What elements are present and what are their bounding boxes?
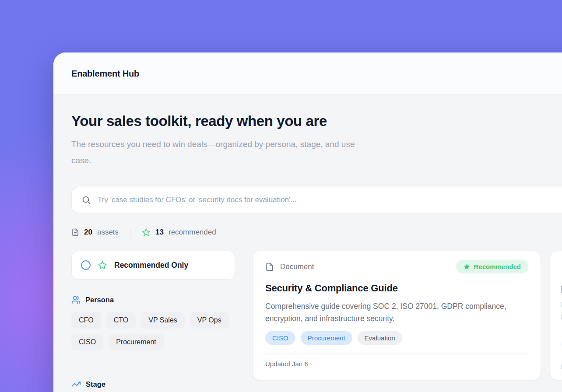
content-row: Recommended Only Persona CFO <box>71 251 562 389</box>
persona-chip-vp-ops[interactable]: VP Ops <box>190 312 229 329</box>
asset-cards: Document Recommended Security & Complian… <box>253 251 562 380</box>
search-bar[interactable] <box>71 187 562 213</box>
card-type: Document <box>265 262 314 272</box>
panel-header: Enablement Hub <box>53 52 562 95</box>
card-updated: Updated Jan 6 <box>265 360 528 368</box>
asset-card-next-clipped[interactable] <box>550 251 562 380</box>
search-input[interactable] <box>98 196 562 204</box>
page-subtitle-line: The resources you need to win deals—orga… <box>71 136 562 152</box>
recommended-only-toggle[interactable]: Recommended Only <box>71 251 235 280</box>
tag-ciso[interactable]: CISO <box>265 331 295 345</box>
persona-chip-ciso[interactable]: CISO <box>71 334 103 350</box>
stats-divider <box>130 228 130 237</box>
persona-section-label: Persona <box>85 296 114 304</box>
page-subtitle: The resources you need to win deals—orga… <box>71 136 562 168</box>
star-icon <box>98 260 107 270</box>
trending-up-icon <box>71 379 81 389</box>
persona-chip-vp-sales[interactable]: VP Sales <box>141 312 185 329</box>
stage-section-label: Stage <box>86 380 105 388</box>
file-icon <box>265 262 274 272</box>
assets-label: assets <box>97 228 119 237</box>
page-title: Your sales toolkit, ready when you are <box>71 112 562 130</box>
tag-evaluation[interactable]: Evaluation <box>358 331 402 345</box>
card-header: Document Recommended <box>265 260 528 273</box>
app-title: Enablement Hub <box>71 69 139 79</box>
asset-card-security-compliance-guide[interactable]: Document Recommended Security & Complian… <box>253 251 541 380</box>
card-description-line: encryption, and infrastructure security. <box>265 312 528 325</box>
recommended-count: 13 <box>155 228 164 237</box>
persona-section-header: Persona <box>71 295 235 304</box>
tag-procurement[interactable]: Procurement <box>301 331 352 345</box>
card-title: Security & Compliance Guide <box>265 282 528 295</box>
star-icon <box>142 228 151 237</box>
card-description-line: Comprehensive guide covering SOC 2, ISO … <box>265 300 528 312</box>
recommended-badge: Recommended <box>456 260 528 273</box>
star-icon <box>464 263 470 270</box>
persona-chip-procurement[interactable]: Procurement <box>109 334 164 350</box>
recommended-only-label: Recommended Only <box>114 261 188 270</box>
panel-body: Your sales toolkit, ready when you are T… <box>53 95 562 389</box>
toggle-circle-icon[interactable] <box>81 260 91 270</box>
persona-chip-cfo[interactable]: CFO <box>71 312 101 329</box>
stage-section-header: Stage <box>71 379 235 389</box>
assets-stat: 20 assets <box>71 228 119 237</box>
recommended-badge-label: Recommended <box>474 263 521 270</box>
stats-row: 20 assets 13 recommended <box>71 228 562 237</box>
card-description: Comprehensive guide covering SOC 2, ISO … <box>265 300 528 325</box>
assets-count: 20 <box>84 228 92 237</box>
sidebar-divider <box>71 365 235 365</box>
persona-chip-cto[interactable]: CTO <box>106 312 136 329</box>
main-panel: Enablement Hub Your sales toolkit, ready… <box>53 52 562 392</box>
card-type-label: Document <box>280 262 314 271</box>
card-tags: CISO Procurement Evaluation <box>265 331 528 345</box>
card-divider <box>265 353 528 354</box>
search-icon <box>81 195 91 205</box>
users-icon <box>71 295 81 304</box>
file-text-icon <box>71 228 79 237</box>
recommended-label: recommended <box>169 228 216 237</box>
persona-chips: CFO CTO VP Sales VP Ops CISO Procurement <box>71 312 235 350</box>
filter-sidebar: Recommended Only Persona CFO <box>71 251 235 389</box>
page-subtitle-line: case. <box>71 152 562 168</box>
recommended-stat: 13 recommended <box>142 228 216 237</box>
